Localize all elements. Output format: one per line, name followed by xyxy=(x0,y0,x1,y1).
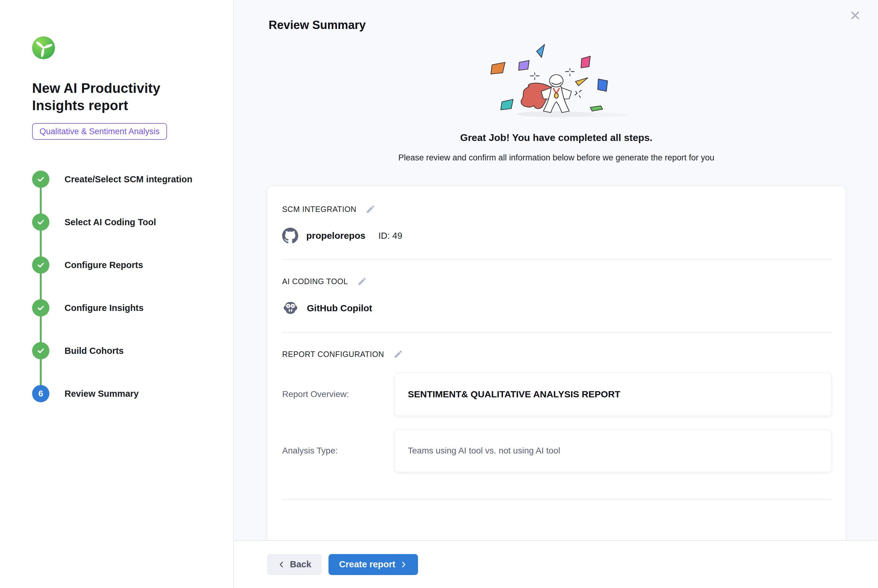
analysis-type-row: Analysis Type: Teams using AI tool vs. n… xyxy=(282,429,831,472)
step-create-select-scm-integration[interactable]: Create/Select SCM integration xyxy=(32,171,215,213)
divider xyxy=(282,332,831,333)
congrats-subheading: Please review and confirm all informatio… xyxy=(235,153,878,163)
edit-scm-icon[interactable] xyxy=(365,204,376,214)
step-configure-reports[interactable]: Configure Reports xyxy=(32,256,215,299)
step-review-summary[interactable]: 6 Review Summary xyxy=(32,385,215,428)
review-summary-panel: Review Summary xyxy=(235,0,878,588)
ai-tool-section-title: AI CODING TOOL xyxy=(282,277,348,286)
step-label: Select AI Coding Tool xyxy=(65,213,156,231)
analysis-type-label: Analysis Type: xyxy=(282,446,395,456)
step-check-icon xyxy=(32,171,50,188)
wizard-sidebar: New AI Productivity Insights report Qual… xyxy=(0,0,234,588)
step-configure-insights[interactable]: Configure Insights xyxy=(32,299,215,342)
close-icon[interactable] xyxy=(848,8,863,23)
github-copilot-icon xyxy=(282,300,299,316)
analysis-type-value: Teams using AI tool vs. not using AI too… xyxy=(408,446,560,455)
divider xyxy=(282,259,831,260)
propeller-logo-icon xyxy=(32,36,55,59)
create-report-button[interactable]: Create report xyxy=(328,554,418,575)
divider xyxy=(282,499,831,500)
ai-tool-name: GitHub Copilot xyxy=(307,303,372,314)
report-overview-value-card: SENTIMENT& QUALITATIVE ANALYSIS REPORT xyxy=(395,373,831,416)
step-build-cohorts[interactable]: Build Cohorts xyxy=(32,342,215,385)
scm-integration-name: propelorepos xyxy=(306,231,365,241)
analysis-type-value-card: Teams using AI tool vs. not using AI too… xyxy=(395,429,831,472)
github-icon xyxy=(282,228,298,244)
new-report-wizard: New AI Productivity Insights report Qual… xyxy=(0,0,878,588)
step-label: Review Summary xyxy=(65,385,138,402)
page-title: Review Summary xyxy=(269,18,366,32)
report-config-section-title: REPORT CONFIGURATION xyxy=(282,350,384,359)
review-summary-card: SCM INTEGRATION propelorepos ID: 49 xyxy=(267,186,846,588)
report-overview-label: Report Overview: xyxy=(282,389,395,399)
step-label: Create/Select SCM integration xyxy=(65,171,192,188)
step-select-ai-coding-tool[interactable]: Select AI Coding Tool xyxy=(32,213,215,256)
step-label: Configure Reports xyxy=(65,256,143,274)
step-number: 6 xyxy=(32,385,50,402)
step-check-icon xyxy=(32,256,50,274)
wizard-footer: Back Create report xyxy=(235,540,878,588)
wizard-stepper: Create/Select SCM integration Select AI … xyxy=(32,171,215,428)
step-check-icon xyxy=(32,213,50,231)
edit-ai-tool-icon[interactable] xyxy=(357,276,367,286)
edit-report-config-icon[interactable] xyxy=(393,349,403,359)
scm-integration-id: ID: 49 xyxy=(379,231,402,241)
scm-section-title: SCM INTEGRATION xyxy=(282,205,356,214)
report-overview-value: SENTIMENT& QUALITATIVE ANALYSIS REPORT xyxy=(408,389,620,399)
back-button[interactable]: Back xyxy=(267,554,322,575)
step-check-icon xyxy=(32,299,50,316)
congrats-heading: Great Job! You have completed all steps. xyxy=(235,132,878,144)
report-overview-row: Report Overview: SENTIMENT& QUALITATIVE … xyxy=(282,373,831,416)
step-label: Configure Insights xyxy=(65,299,144,316)
report-title: New AI Productivity Insights report xyxy=(32,80,180,114)
chevron-left-icon xyxy=(278,561,286,568)
celebration-superhero-confetti-illustration xyxy=(473,41,640,121)
step-check-icon xyxy=(32,342,50,359)
step-label: Build Cohorts xyxy=(65,342,124,359)
report-type-badge: Qualitative & Sentiment Analysis xyxy=(32,123,167,140)
chevron-right-icon xyxy=(400,561,407,568)
